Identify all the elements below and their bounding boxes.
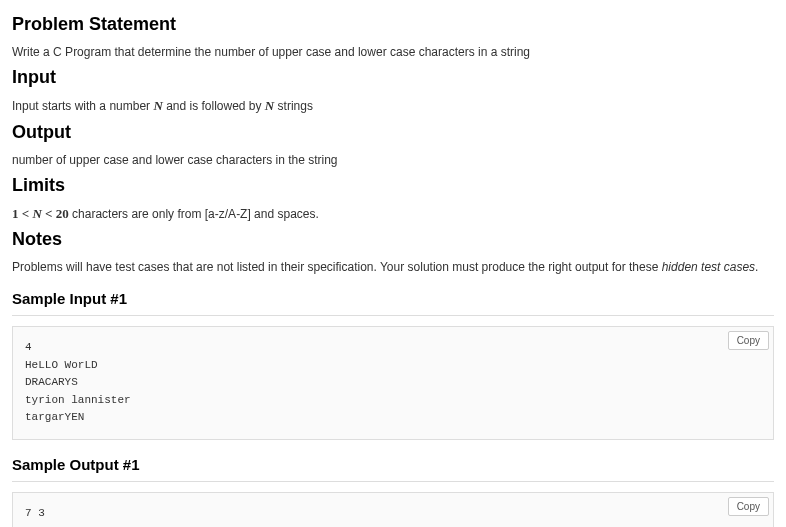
- notes-text-suffix: .: [755, 260, 758, 274]
- limits-expr-var: N: [32, 206, 41, 221]
- notes-text-italic: hidden test cases: [662, 260, 755, 274]
- problem-statement-heading: Problem Statement: [12, 14, 774, 35]
- output-text: number of upper case and lower case char…: [12, 151, 774, 169]
- copy-button[interactable]: Copy: [728, 497, 769, 516]
- divider: [12, 315, 774, 316]
- limits-expr-prefix: 1 <: [12, 206, 32, 221]
- copy-button[interactable]: Copy: [728, 331, 769, 350]
- limits-heading: Limits: [12, 175, 774, 196]
- sample-output-content: 7 3 8 0 0 15 3 6: [25, 505, 761, 527]
- sample-output-block: Copy 7 3 8 0 0 15 3 6: [12, 492, 774, 527]
- input-text-prefix: Input starts with a number: [12, 99, 153, 113]
- notes-text-prefix: Problems will have test cases that are n…: [12, 260, 662, 274]
- limits-expr-suffix: < 20: [42, 206, 69, 221]
- sample-input-block: Copy 4 HeLLO WorLD DRACARYS tyrion lanni…: [12, 326, 774, 440]
- input-text: Input starts with a number N and is foll…: [12, 96, 774, 116]
- notes-heading: Notes: [12, 229, 774, 250]
- sample-output-heading: Sample Output #1: [12, 456, 774, 473]
- input-var-n2: N: [265, 98, 274, 113]
- problem-statement-text: Write a C Program that determine the num…: [12, 43, 774, 61]
- limits-text: 1 < N < 20 characters are only from [a-z…: [12, 204, 774, 224]
- sample-input-heading: Sample Input #1: [12, 290, 774, 307]
- sample-input-content: 4 HeLLO WorLD DRACARYS tyrion lannister …: [25, 339, 761, 427]
- input-var-n1: N: [153, 98, 162, 113]
- input-heading: Input: [12, 67, 774, 88]
- output-heading: Output: [12, 122, 774, 143]
- divider: [12, 481, 774, 482]
- input-text-suffix: strings: [274, 99, 313, 113]
- notes-text: Problems will have test cases that are n…: [12, 258, 774, 276]
- input-text-mid: and is followed by: [163, 99, 265, 113]
- limits-text-suffix: characters are only from [a-z/A-Z] and s…: [69, 207, 319, 221]
